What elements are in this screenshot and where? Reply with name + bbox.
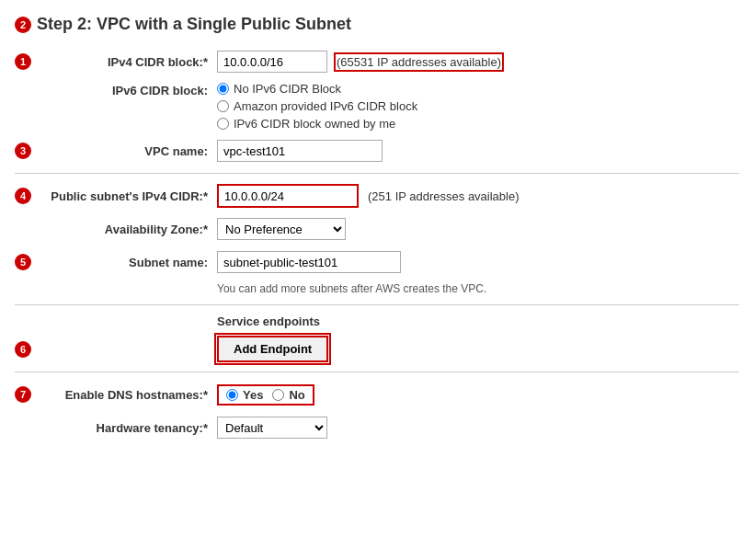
ipv6-option-amazon-label: Amazon provided IPv6 CIDR block [234,99,417,113]
ipv4-ip-info: (65531 IP addresses available) [337,55,501,69]
ipv4-cidr-label: IPv4 CIDR block:* [108,55,208,69]
ipv6-option-none-label: No IPv6 CIDR Block [234,82,341,96]
ipv6-option-amazon[interactable]: Amazon provided IPv6 CIDR block [217,99,417,113]
ipv4-cidr-row: 1 IPv4 CIDR block:* (65531 IP addresses … [15,49,739,74]
step1-badge: 1 [15,53,31,70]
ipv6-cidr-label-col: IPv6 CIDR block: [15,82,217,97]
subnet-ip-info: (251 IP addresses available) [368,189,520,203]
subnet-name-label: Subnet name: [129,256,208,269]
step5-badge: 5 [15,254,31,270]
tenancy-label-col: Hardware tenancy:* [15,421,217,435]
step2-badge: 2 [15,17,31,33]
service-endpoints-title: Service endpoints [217,314,739,328]
az-value-col: No Preference us-east-1a us-east-1b us-e… [217,218,739,240]
vpc-name-row: 3 VPC name: [15,138,739,164]
vpc-name-label: VPC name: [144,144,208,158]
page-title: 2 Step 2: VPC with a Single Public Subne… [15,15,739,34]
az-label: Availability Zone:* [105,223,208,236]
subnet-name-input[interactable] [217,251,401,273]
ipv6-cidr-row: IPv6 CIDR block: No IPv6 CIDR Block Amaz… [15,82,739,131]
ipv6-options-col: No IPv6 CIDR Block Amazon provided IPv6 … [217,82,739,131]
tenancy-select[interactable]: Default Dedicated [217,417,327,439]
az-label-col: Availability Zone:* [15,223,217,236]
ipv6-radio-none[interactable] [217,83,229,95]
subnet-ipv4-row: 4 Public subnet's IPv4 CIDR:* (251 IP ad… [15,183,739,209]
ipv6-radio-group: No IPv6 CIDR Block Amazon provided IPv6 … [217,82,417,131]
dns-label: Enable DNS hostnames:* [65,388,208,402]
subnet-name-label-col: 5 Subnet name: [15,256,217,269]
step7-badge: 7 [15,386,31,403]
dns-yes-radio[interactable] [226,389,238,401]
vpc-name-value-col [217,140,739,162]
dns-yes-label: Yes [243,388,263,402]
ipv6-option-owned-label: IPv6 CIDR block owned by me [234,117,395,131]
subnet-ipv4-value-col: (251 IP addresses available) [217,184,739,208]
ipv4-cidr-value-col: (65531 IP addresses available) [217,51,739,73]
step6-badge: 6 [15,341,31,358]
dns-row: 7 Enable DNS hostnames:* Yes No [15,382,739,407]
subnet-ipv4-label-col: 4 Public subnet's IPv4 CIDR:* [15,189,217,203]
ipv6-option-none[interactable]: No IPv6 CIDR Block [217,82,417,96]
vpc-name-input[interactable] [217,140,383,162]
ipv4-cidr-label-col: 1 IPv4 CIDR block:* [15,55,217,69]
step4-badge: 4 [15,188,31,204]
subnet-ipv4-label: Public subnet's IPv4 CIDR:* [51,189,208,203]
dns-yes-option[interactable]: Yes [226,388,263,402]
dns-value-col: Yes No [217,384,739,406]
subnet-name-row: 5 Subnet name: [15,249,739,275]
ipv6-option-owned[interactable]: IPv6 CIDR block owned by me [217,117,417,131]
az-row: Availability Zone:* No Preference us-eas… [15,216,739,242]
dns-label-col: 7 Enable DNS hostnames:* [15,388,217,402]
subnet-ipv4-input[interactable] [219,186,357,206]
ipv6-radio-amazon[interactable] [217,100,229,112]
add-endpoint-value-col: Add Endpoint [217,336,739,362]
ipv4-cidr-input[interactable] [217,51,327,73]
subnet-hint: You can add more subnets after AWS creat… [217,282,739,295]
tenancy-row: Hardware tenancy:* Default Dedicated [15,415,739,440]
tenancy-value-col: Default Dedicated [217,417,739,439]
dns-no-radio[interactable] [272,389,284,401]
dns-no-label: No [289,388,304,402]
step3-badge: 3 [15,143,31,159]
az-select[interactable]: No Preference us-east-1a us-east-1b us-e… [217,218,346,240]
subnet-name-value-col [217,251,739,273]
add-endpoint-button[interactable]: Add Endpoint [217,336,328,362]
ipv6-cidr-label: IPv6 CIDR block: [112,84,208,97]
vpc-name-label-col: 3 VPC name: [15,144,217,158]
tenancy-label: Hardware tenancy:* [97,421,208,435]
add-endpoint-row: 6 Add Endpoint [15,336,739,362]
dns-no-option[interactable]: No [272,388,304,402]
ipv6-radio-owned[interactable] [217,118,229,130]
